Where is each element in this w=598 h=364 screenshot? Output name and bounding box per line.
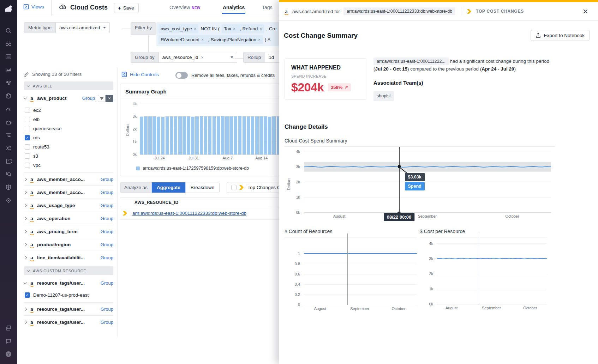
help-icon[interactable]: ? [0,347,17,360]
facet-row[interactable]: aline_item/availabilit...Group [24,251,113,264]
bar[interactable] [153,116,156,154]
remove-token-icon[interactable] [201,37,204,42]
facet-option[interactable]: queueservice [24,124,113,133]
table-row[interactable]: arn:aws:rds:us-east-1:000111222333:db:we… [120,207,279,220]
facet-option[interactable]: rds [24,133,113,142]
spend-plot[interactable]: $3.03k Spend [304,152,551,212]
filter-token[interactable]: , SavingsPlanNegation [206,35,263,44]
datadog-logo[interactable] [3,3,14,14]
checkbox[interactable] [25,117,30,122]
filter-section-header[interactable]: AWS CUSTOM RESOURCE [24,266,113,275]
bar[interactable] [234,116,237,154]
bar[interactable] [170,116,173,154]
facet-group-button[interactable]: Group [101,280,113,286]
remove-token-icon[interactable] [233,26,235,31]
bar[interactable] [238,116,242,154]
filter-token[interactable]: aws_cost_type [159,24,198,33]
bar[interactable] [221,116,225,154]
export-to-notebook-button[interactable]: Export to Notebook [531,30,590,41]
bar[interactable] [225,116,229,154]
facet-row[interactable]: aaws_usage_typeGroup [24,199,113,212]
chart-legend[interactable]: arn:aws:rds:us-east-1:172597598159:db:we… [136,166,249,171]
filter-token[interactable]: ) A [263,37,273,42]
checkbox[interactable] [25,126,30,131]
facet-group-button[interactable]: Group [101,177,113,182]
bar[interactable] [195,116,199,154]
facet-group-button[interactable]: Group [101,307,113,312]
filter-section-header[interactable]: AWS BILL [24,81,113,90]
integrations-icon[interactable] [0,115,17,128]
facet-option[interactable]: route53 [24,142,113,151]
apm-icon[interactable] [0,89,17,102]
bar[interactable] [140,117,143,154]
tab-overview[interactable]: OverviewNEW [169,5,201,10]
group-by-control[interactable]: Group by aws_resource_id [131,52,237,63]
filter-token[interactable]: Tax [222,24,238,33]
facet-row[interactable]: aaws_operationGroup [24,212,113,225]
facet-row[interactable]: aaws_pricing_termGroup [24,225,113,238]
checkbox[interactable] [25,292,30,298]
facet-row[interactable]: aproduct/regionGroup [24,238,113,251]
bar[interactable] [213,116,216,154]
remove-group-icon[interactable] [201,55,204,60]
pipelines-icon[interactable] [0,128,17,141]
bar[interactable] [187,116,190,154]
fees-toggle[interactable] [175,72,188,79]
metric-type-select[interactable]: aws.cost.amortized [56,22,110,33]
rollup-control[interactable]: Rollup 1d [243,52,283,63]
metric-type-control[interactable]: Metric type aws.cost.amortized [24,22,110,33]
filter-token[interactable]: , Cre [264,26,279,31]
resource-pill-short[interactable]: arn:aws:rds:us-east-1:000111222... [373,57,449,65]
facet-row[interactable]: aresource_tags/user...Group [24,315,113,328]
facet-group-button[interactable]: Group [101,229,113,234]
bar[interactable] [183,116,186,154]
summary-plot[interactable] [140,104,284,154]
table-column-header[interactable]: AWS_RESOURCE_ID [120,198,279,207]
tab-tags[interactable]: Tags [262,5,273,10]
facet-group-button[interactable]: Group [101,320,113,325]
team-pill[interactable]: shopist [373,91,394,101]
bar[interactable] [243,116,246,154]
security-icon[interactable] [0,181,17,194]
remove-token-icon[interactable] [194,26,196,31]
count-plot[interactable] [304,243,417,305]
bar[interactable] [272,116,276,154]
search-icon[interactable] [0,24,17,37]
bar[interactable] [268,117,271,154]
chat-icon[interactable] [0,334,17,347]
checkbox[interactable] [25,153,30,159]
close-icon[interactable] [583,7,588,16]
resource-link[interactable]: arn:aws:rds:us-east-1:000111222333:db:we… [132,211,246,216]
group-by-select[interactable]: aws_resource_id [159,52,237,63]
facet-group-button[interactable]: Group [101,255,113,260]
bar[interactable] [174,116,178,154]
facet-row[interactable]: aaws_member_acco...Group [24,186,113,199]
checkbox[interactable] [25,108,30,113]
bar[interactable] [217,116,220,154]
checkbox[interactable] [231,185,237,190]
facet-option[interactable]: elb [24,115,113,124]
bar[interactable] [264,116,267,154]
bar[interactable] [144,116,148,154]
bar[interactable] [157,117,160,154]
service-map-icon[interactable] [0,141,17,154]
filter-token[interactable]: , Refund [238,24,264,33]
infrastructure-icon[interactable] [0,76,17,89]
cost-plot[interactable] [437,243,547,304]
facet-group-button[interactable]: Group [82,96,95,101]
filter-tokens[interactable]: aws_cost_typeNOT IN (Tax, Refund, CreRiV… [156,22,298,46]
bar[interactable] [229,116,233,154]
bar[interactable] [255,116,259,154]
synthetics-icon[interactable] [0,194,17,207]
resource-pill[interactable]: arn:aws:rds:us-east-1:000111222333:db:we… [343,7,455,15]
facet-group-button[interactable]: Group [101,242,113,247]
facet-filter-button[interactable] [98,95,106,102]
hide-controls-button[interactable]: Hide Controls [121,72,159,77]
bar[interactable] [251,116,255,154]
facet-row[interactable]: aaws_member_acco...Group [24,172,113,186]
workspaces-icon[interactable] [0,321,17,334]
facet-option[interactable]: s3 [24,151,113,160]
facet-option[interactable]: ec2 [24,105,113,115]
analyze-aggregate-button[interactable]: Aggregate [152,182,185,193]
facet-row[interactable]: aresource_tags/user...Group [24,277,113,290]
